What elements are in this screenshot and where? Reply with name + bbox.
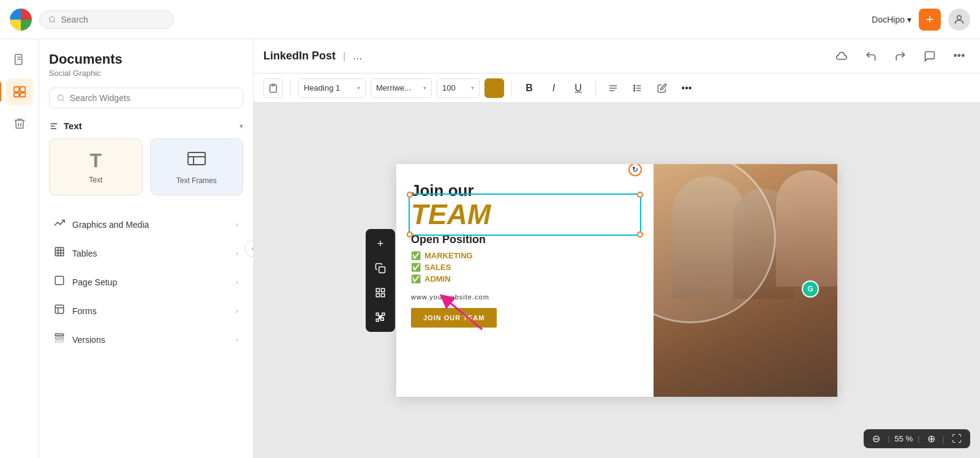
sidebar-item-documents[interactable] (6, 47, 33, 73)
forms-chevron: › (236, 307, 238, 315)
font-value: Merriwe... (376, 83, 411, 92)
svg-rect-40 (379, 267, 385, 273)
menu-item-page-setup[interactable]: Page Setup › (49, 268, 243, 296)
text-color-button[interactable] (484, 78, 504, 98)
selection-handle-tr (637, 192, 643, 198)
forms-icon (54, 304, 65, 318)
user-avatar[interactable] (948, 9, 970, 31)
svg-rect-45 (376, 313, 379, 315)
heading-container: Join our TEAM ↻ (411, 181, 639, 233)
size-select[interactable]: 100 ▾ (437, 78, 480, 98)
doc-canvas[interactable]: Join our TEAM ↻ (396, 164, 837, 397)
comment-button[interactable] (919, 45, 941, 67)
text-widget-frames-label: Text Frames (176, 176, 217, 185)
app-logo[interactable] (10, 9, 32, 31)
clipboard-button[interactable] (263, 78, 283, 98)
cloud-save-button[interactable] (831, 45, 853, 67)
versions-chevron: › (236, 336, 238, 344)
graphics-chevron: › (236, 220, 238, 229)
undo-button[interactable] (860, 45, 882, 67)
list-button[interactable] (628, 78, 647, 98)
svg-rect-18 (55, 247, 64, 256)
graphics-label: Graphics and Media (72, 220, 228, 230)
canvas-wrapper: + (396, 164, 837, 397)
heading-value: Heading 1 (304, 83, 340, 92)
underline-button[interactable]: U (568, 78, 588, 98)
canvas-viewport[interactable]: + (254, 103, 980, 458)
bold-button[interactable]: B (519, 78, 539, 98)
align-button[interactable] (603, 78, 623, 98)
svg-point-0 (50, 17, 55, 21)
more-options-icon: ••• (954, 50, 965, 62)
doc-title: LinkedIn Post (263, 50, 336, 62)
sidebar-item-trash[interactable] (6, 110, 33, 137)
svg-rect-24 (55, 305, 64, 313)
svg-rect-27 (55, 334, 64, 336)
zoom-controls: ⊖ | 55 % | ⊕ | ⛶ (864, 429, 970, 448)
float-add-button[interactable]: + (369, 233, 391, 255)
svg-rect-48 (379, 316, 380, 317)
rotate-handle[interactable]: ↻ (628, 164, 642, 176)
post-content: Join our TEAM ↻ (396, 164, 837, 397)
add-button[interactable]: + (919, 9, 941, 31)
float-grid-button[interactable] (369, 282, 391, 304)
tables-icon (54, 246, 65, 260)
check-icon-2: ✅ (411, 263, 421, 272)
text-widget-frames-icon (187, 149, 206, 173)
float-copy-button[interactable] (369, 257, 391, 279)
doc-more-button[interactable]: ... (353, 50, 362, 62)
topbar: DocHipo ▾ + (0, 0, 980, 39)
post-cta-button[interactable]: JOIN OUR TEAM (411, 308, 497, 328)
graphics-icon (54, 217, 65, 231)
redo-button[interactable] (889, 45, 911, 67)
heading-select[interactable]: Heading 1 ▾ (298, 78, 366, 98)
edit-button[interactable] (652, 78, 672, 98)
versions-label: Versions (72, 335, 228, 345)
toolbar-more-button[interactable]: ••• (677, 78, 696, 98)
text-section-header[interactable]: Text ▾ (49, 121, 243, 131)
search-icon (48, 15, 56, 24)
toolbar-more-icon: ••• (682, 83, 692, 94)
zoom-expand-button[interactable]: ⛶ (949, 434, 964, 445)
topbar-search-input[interactable] (61, 15, 165, 24)
zoom-in-button[interactable]: ⊕ (925, 433, 938, 445)
doc-header: LinkedIn Post | ... (254, 39, 980, 73)
more-options-button[interactable]: ••• (948, 45, 970, 67)
person-3 (776, 170, 837, 287)
sidebar-item-templates[interactable] (6, 78, 33, 105)
panel-collapse-button[interactable]: ‹ (244, 240, 254, 257)
text-widget-plain-icon: T (89, 149, 102, 172)
svg-rect-23 (55, 276, 64, 285)
menu-item-graphics[interactable]: Graphics and Media › (49, 210, 243, 239)
font-select[interactable]: Merriwe... ▾ (371, 78, 432, 98)
svg-point-10 (58, 95, 64, 100)
widget-search-input[interactable] (70, 93, 235, 103)
menu-item-versions[interactable]: Versions › (49, 325, 243, 354)
float-qr-button[interactable] (369, 306, 391, 328)
text-widget-frames[interactable]: Text Frames (150, 138, 244, 195)
menu-item-forms[interactable]: Forms › (49, 296, 243, 325)
check-icon-3: ✅ (411, 274, 421, 283)
svg-rect-50 (379, 318, 380, 319)
svg-rect-41 (376, 288, 379, 291)
text-section-label: Text (64, 121, 82, 131)
dochipo-menu[interactable]: DocHipo ▾ (872, 15, 911, 24)
svg-rect-49 (381, 316, 382, 317)
icon-sidebar (0, 39, 39, 458)
topbar-right: DocHipo ▾ + (872, 9, 970, 31)
menu-item-tables[interactable]: Tables › (49, 239, 243, 268)
selection-box (409, 193, 641, 236)
italic-button[interactable]: I (544, 78, 564, 98)
canvas-toolbar: Heading 1 ▾ Merriwe... ▾ 100 ▾ B I U (254, 73, 980, 103)
text-widgets: T Text Text Frames (49, 138, 243, 195)
zoom-value: 55 % (895, 434, 913, 443)
svg-rect-29 (55, 340, 64, 342)
text-widget-plain[interactable]: T Text (49, 138, 143, 195)
zoom-out-button[interactable]: ⊖ (870, 433, 883, 445)
svg-rect-42 (382, 288, 385, 291)
page-setup-icon (54, 275, 65, 289)
svg-rect-44 (382, 294, 385, 297)
svg-rect-43 (376, 294, 379, 297)
post-right: G (654, 164, 837, 397)
svg-line-1 (54, 21, 55, 22)
